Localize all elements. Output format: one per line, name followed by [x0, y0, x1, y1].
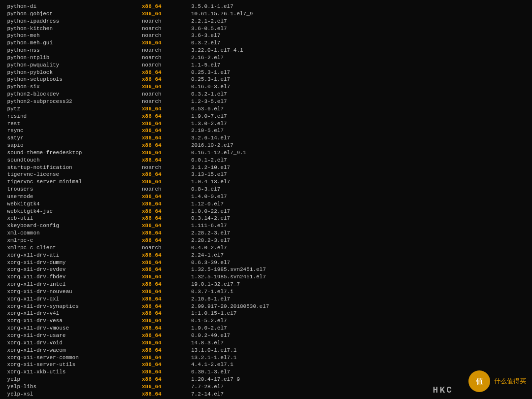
- watermark-logo: 值: [467, 369, 491, 393]
- terminal-line: python-dix86_643.5.0.1-1.el7: [4, 3, 528, 10]
- terminal-line: python-setuptoolsx86_640.25.3-1.el7: [4, 76, 528, 83]
- terminal-line: rsyncx86_642.10-5.el7: [4, 127, 528, 134]
- terminal-line: python-sixx86_640.16.0-3.el7: [4, 83, 528, 91]
- terminal-line: xorg-x11-drv-vesax86_640.1-5.2.el7: [4, 317, 528, 325]
- terminal-line: xorg-x11-drv-qxlx86_642.10.6-1.el7: [4, 296, 528, 303]
- svg-text:值: 值: [475, 377, 483, 385]
- terminal-line: xmlrpc-c-clientnoarch0.4.0-2.el7: [4, 244, 528, 252]
- terminal-line: python-nssnoarch3.22.0-1.el7_4.1: [4, 47, 528, 54]
- terminal-line: xorg-x11-drv-vmousex86_641.9.0-2.el7: [4, 325, 528, 332]
- terminal-line: xcb-utilx86_640.3.14-2.el7: [4, 215, 528, 222]
- terminal-line: xorg-x11-drv-nouveaux86_640.3.7-1.el7.i: [4, 288, 528, 296]
- terminal-line: resindx86_641.9.0-7.el7: [4, 113, 528, 120]
- terminal-line: python-gobjectx86_6410.61.15.76-1.el7_9: [4, 10, 528, 18]
- terminal-line: python2-blockdevnoarch0.3.2-1.el7: [4, 91, 528, 98]
- terminal-line: xorg-x11-drv-atix86_642.24-1.el7: [4, 252, 528, 259]
- terminal-line: restx86_641.3.0-2.el7: [4, 120, 528, 128]
- terminal-line: xorg-x11-drv-wacomx86_6413.1.0-1.el7.1: [4, 347, 528, 354]
- terminal-line: yelpx86_641.20.4-17.el7_9: [4, 376, 528, 383]
- terminal-line: sound-theme-freedesktopx86_640.16.1-12.e…: [4, 149, 528, 157]
- terminal-line: xorg-x11-drv-intelx86_6419.0.1-32.el7_7: [4, 281, 528, 288]
- terminal-line: webkitgtk4x86_641.12-0.el7: [4, 200, 528, 208]
- terminal-content: python-dix86_643.5.0.1-1.el7 python-gobj…: [4, 3, 528, 399]
- terminal-line: startup-notificationnoarch3.1.2-10.el7: [4, 164, 528, 171]
- terminal-line: python-mehnoarch3.6-3.el7: [4, 32, 528, 39]
- terminal-line: soundtouchx86_640.0.1-2.el7: [4, 157, 528, 164]
- terminal-line: xorg-x11-drv-evdevx86_641.32.5-1985.svn2…: [4, 266, 528, 273]
- terminal-line: python-ntplibnoarch2.16-2.el7: [4, 54, 528, 62]
- terminal-line: xorg-x11-drv-v41x86_641:1.0.15-1.el7: [4, 310, 528, 317]
- terminal-line: xorg-x11-drv-dummyx86_640.6.3-39.el7: [4, 259, 528, 266]
- terminal-line: webkitgtk4-jscx86_641.0.0-22.el7: [4, 208, 528, 215]
- terminal-line: xkeyboard-configx86_641.111-6.el7: [4, 222, 528, 230]
- terminal-line: xorg-x11-server-utilsx86_644.4.1-2.el7.1: [4, 361, 528, 368]
- terminal-line: pytzx86_640.53-6.el7: [4, 105, 528, 113]
- terminal-line: xmlrpc-cx86_642.28.2-3.el7: [4, 237, 528, 244]
- terminal-line: xml-commonx86_642.28.2-3.el7: [4, 230, 528, 237]
- terminal-line: tigervnc-server-minimalx86_641.0.4-13.el…: [4, 178, 528, 186]
- terminal-line: xorg-x11-drv-synapticsx86_642.99.917-20.…: [4, 303, 528, 310]
- terminal-line: python-pyblockx86_640.25.3-1.el7: [4, 69, 528, 76]
- terminal-line: xorg-x11-xkb-utilsx86_640.30.1-3.el7: [4, 368, 528, 376]
- terminal-line: python-kitchennoarch3.6-0.5.el7: [4, 25, 528, 33]
- terminal-line: python-ipaddressnoarch2.2.1-2.el7: [4, 18, 528, 25]
- terminal-line: xorg-x11-server-commonx86_6413.2.1-1.el7…: [4, 354, 528, 362]
- hkc-logo: HKC: [433, 385, 453, 395]
- terminal-line: usermodex86_641.4.0-0.el7: [4, 193, 528, 200]
- brand-label: 什么值得买: [494, 377, 526, 386]
- watermark: 值 什么值得买: [467, 369, 526, 393]
- terminal-line: xorg-x11-drv-usarex86_640.0.2-49.el7: [4, 332, 528, 339]
- terminal-line: python-pwqualitynoarch1.1-5.el7: [4, 62, 528, 69]
- terminal-line: trousersnoarch0.8-3.el7: [4, 186, 528, 193]
- terminal-line: python2-subprocess32noarch1.2-3-5.el7: [4, 98, 528, 105]
- terminal-line: xorg-x11-drv-fbdevx86_641.32.5-1985.svn2…: [4, 273, 528, 281]
- terminal-line: python-meh-guix86_640.3-2.el7: [4, 39, 528, 47]
- terminal-line: satyrx86_643.2.6-14.el7: [4, 134, 528, 142]
- terminal: python-dix86_643.5.0.1-1.el7 python-gobj…: [0, 0, 532, 399]
- terminal-line: sapiox86_642016.10-2.el7: [4, 142, 528, 149]
- terminal-line: tigervnc-licensex86_643.13-15.el7: [4, 171, 528, 178]
- terminal-line: xorg-x11-drv-voidx86_6414.8-3.el7: [4, 339, 528, 347]
